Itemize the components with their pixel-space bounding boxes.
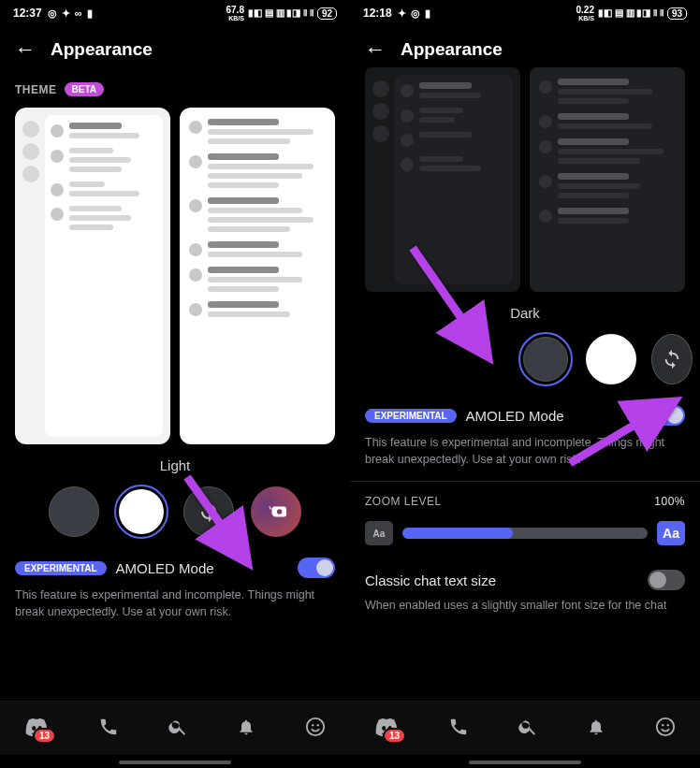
nav-profile[interactable] bbox=[305, 717, 326, 741]
zoom-slider[interactable] bbox=[402, 528, 648, 539]
classic-chat-description: When enabled uses a slightly smaller fon… bbox=[350, 598, 700, 620]
zoom-min-icon[interactable]: Aa bbox=[365, 521, 393, 545]
svg-point-1 bbox=[312, 723, 314, 725]
bottom-nav: 13 bbox=[350, 701, 700, 755]
right-screenshot: 12:18 ✦ ◎ ▮ 0.22KB/S ▮◧ ▤ ▥ ▮◨ ⫴ ⫴ 93 ← … bbox=[350, 0, 700, 768]
nav-search[interactable] bbox=[168, 717, 188, 741]
status-bar: 12:18 ✦ ◎ ▮ 0.22KB/S ▮◧ ▤ ▥ ▮◨ ⫴ ⫴ 93 bbox=[350, 0, 700, 26]
page-title: Appearance bbox=[401, 39, 503, 60]
theme-preview-dark-sidebar[interactable] bbox=[365, 67, 520, 292]
svg-point-2 bbox=[316, 723, 318, 725]
theme-swatch-nitro[interactable] bbox=[249, 485, 303, 539]
beta-badge: BETA bbox=[65, 82, 104, 96]
status-bar: 12:37 ◎ ✦ ∞ ▮ 67.8KB/S ▮◧ ▤ ▥ ▮◨ ⫴ ⫴ 92 bbox=[0, 0, 350, 26]
signal-icons: ▮◧ ▤ ▥ ▮◨ ⫴ ⫴ bbox=[248, 7, 314, 19]
phone-icon bbox=[98, 717, 119, 737]
sync-icon bbox=[197, 500, 220, 523]
back-arrow-icon[interactable]: ← bbox=[15, 37, 36, 62]
nav-profile[interactable] bbox=[655, 717, 676, 741]
theme-previews bbox=[0, 108, 350, 444]
experimental-badge: EXPERIMENTAL bbox=[365, 409, 457, 423]
smiley-icon bbox=[305, 717, 326, 737]
amoled-label: AMOLED Mode bbox=[116, 560, 288, 576]
amoled-label: AMOLED Mode bbox=[466, 408, 638, 424]
left-screenshot: 12:37 ◎ ✦ ∞ ▮ 67.8KB/S ▮◧ ▤ ▥ ▮◨ ⫴ ⫴ 92 … bbox=[0, 0, 350, 768]
theme-swatch-light[interactable] bbox=[114, 485, 168, 539]
theme-swatches bbox=[0, 485, 350, 539]
theme-swatch-dark[interactable] bbox=[47, 485, 101, 539]
nav-home[interactable]: 13 bbox=[24, 717, 49, 740]
battery-indicator: 93 bbox=[667, 7, 687, 20]
classic-chat-toggle[interactable] bbox=[648, 570, 685, 590]
search-icon bbox=[168, 717, 188, 737]
theme-swatch-sync[interactable] bbox=[649, 332, 694, 386]
back-arrow-icon[interactable]: ← bbox=[365, 37, 386, 62]
nav-search[interactable] bbox=[518, 717, 538, 741]
nav-badge: 13 bbox=[33, 728, 56, 744]
phone-icon bbox=[448, 717, 469, 737]
home-indicator bbox=[119, 761, 231, 764]
theme-swatch-sync[interactable] bbox=[182, 485, 236, 539]
theme-preview-dark-chat[interactable] bbox=[530, 67, 685, 292]
zoom-value: 100% bbox=[654, 495, 685, 508]
smiley-icon bbox=[655, 717, 676, 737]
svg-point-5 bbox=[657, 717, 674, 734]
amoled-toggle[interactable] bbox=[648, 405, 685, 426]
theme-preview-light-sidebar[interactable] bbox=[15, 108, 170, 444]
theme-swatches bbox=[350, 332, 700, 386]
nav-home[interactable]: 13 bbox=[374, 717, 399, 740]
theme-section-label: THEME bbox=[15, 83, 57, 96]
selected-theme-label: Light bbox=[0, 457, 350, 473]
status-icons: ◎ ✦ ∞ ▮ bbox=[48, 7, 94, 20]
amoled-description: This feature is experimental and incompl… bbox=[0, 587, 350, 633]
bell-icon bbox=[237, 717, 255, 737]
classic-chat-label: Classic chat text size bbox=[365, 572, 496, 588]
bell-icon bbox=[587, 717, 605, 737]
nav-calls[interactable] bbox=[98, 717, 119, 741]
search-icon bbox=[518, 717, 538, 737]
nav-notifications[interactable] bbox=[237, 717, 255, 741]
nitro-icon bbox=[266, 503, 286, 520]
status-icons: ✦ ◎ ▮ bbox=[398, 7, 431, 20]
home-indicator bbox=[469, 761, 581, 764]
svg-point-7 bbox=[666, 723, 668, 725]
battery-indicator: 92 bbox=[317, 7, 337, 20]
zoom-label: ZOOM LEVEL bbox=[365, 495, 442, 508]
header: ← Appearance bbox=[350, 26, 700, 73]
svg-point-6 bbox=[662, 723, 664, 725]
theme-previews bbox=[350, 73, 700, 292]
theme-preview-light-chat[interactable] bbox=[180, 108, 335, 444]
signal-icons: ▮◧ ▤ ▥ ▮◨ ⫴ ⫴ bbox=[598, 7, 664, 19]
sync-icon bbox=[662, 349, 682, 370]
theme-swatch-light[interactable] bbox=[584, 332, 638, 386]
nav-notifications[interactable] bbox=[587, 717, 605, 741]
header: ← Appearance bbox=[0, 26, 350, 73]
amoled-toggle[interactable] bbox=[298, 558, 335, 578]
zoom-slider-row: Aa Aa bbox=[350, 521, 700, 564]
amoled-description: This feature is experimental and incompl… bbox=[350, 435, 700, 481]
theme-swatch-dark[interactable] bbox=[518, 332, 573, 386]
status-time: 12:18 bbox=[363, 7, 392, 20]
bottom-nav: 13 bbox=[0, 701, 350, 755]
nav-badge: 13 bbox=[383, 728, 406, 744]
experimental-badge: EXPERIMENTAL bbox=[15, 561, 107, 575]
svg-point-0 bbox=[307, 717, 324, 734]
selected-theme-label: Dark bbox=[350, 305, 700, 321]
page-title: Appearance bbox=[51, 39, 153, 60]
nav-calls[interactable] bbox=[448, 717, 469, 741]
status-time: 12:37 bbox=[13, 7, 42, 20]
zoom-max-icon[interactable]: Aa bbox=[657, 521, 685, 545]
